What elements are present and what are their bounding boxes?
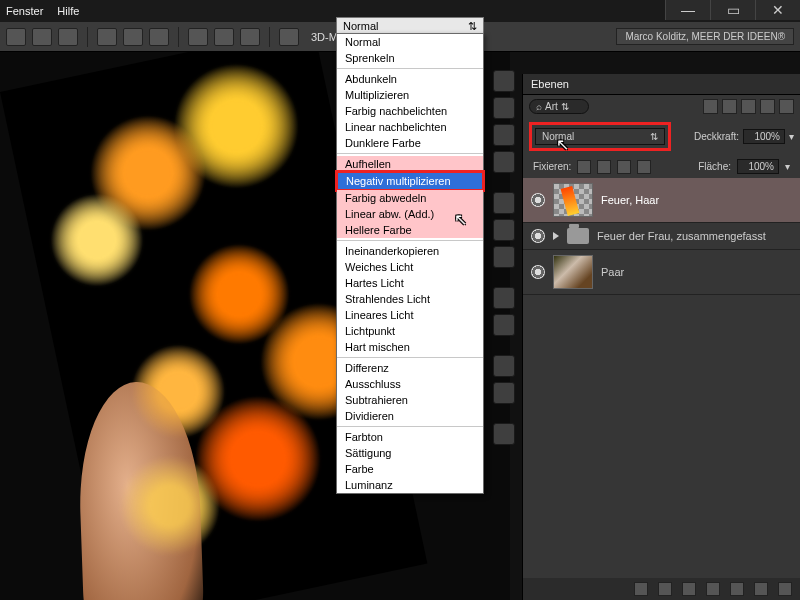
panel-icon-12[interactable] [493,423,515,445]
new-layer-icon[interactable] [754,582,768,596]
align-right-icon[interactable] [58,28,78,46]
window-minimize[interactable]: — [665,0,710,20]
align-center-h-icon[interactable] [32,28,52,46]
blend-menu-item[interactable]: Linear nachbelichten [337,119,483,135]
lock-all-icon[interactable] [637,160,651,174]
blend-menu-item[interactable]: Sprenkeln [337,50,483,66]
blend-menu-item[interactable]: Farbton [337,429,483,445]
layer-thumb-paar[interactable] [553,255,593,289]
blend-menu-item[interactable]: Farbig abwedeln [337,190,483,206]
blend-mode-panel-highlight: Normal ⇅ [529,122,671,151]
layer-row[interactable]: Paar [523,250,800,295]
blend-mode-dropdown[interactable]: NormalSprenkelnAbdunkelnMultiplizierenFa… [336,33,484,494]
filter-text-icon[interactable] [741,99,756,114]
blend-menu-item[interactable]: Dunklere Farbe [337,135,483,151]
adjustment-icon[interactable] [706,582,720,596]
fx-icon[interactable] [658,582,672,596]
layer-row[interactable]: Feuer der Frau, zusammengefasst [523,223,800,250]
cursor-icon: ↖ [556,135,569,154]
blend-menu-highlight: Negativ multiplizieren [335,170,485,192]
layer-filter-type[interactable]: ⌕ Art ⇅ [529,99,589,114]
blend-menu-item[interactable]: Farbe [337,461,483,477]
blend-menu-item[interactable]: Ineinanderkopieren [337,243,483,259]
panel-icon-4[interactable] [493,151,515,173]
blend-menu-item[interactable]: Luminanz [337,477,483,493]
blend-menu-item[interactable]: Abdunkeln [337,71,483,87]
distribute-h3-icon[interactable] [149,28,169,46]
figure-skin [76,380,205,600]
blend-menu-item[interactable]: Strahlendes Licht [337,291,483,307]
blend-menu-item[interactable]: Dividieren [337,408,483,424]
blend-trigger-label: Normal [343,20,378,33]
layer-name[interactable]: Feuer der Frau, zusammengefasst [597,230,766,242]
blend-menu-item[interactable]: Sättigung [337,445,483,461]
filter-adjust-icon[interactable] [722,99,737,114]
filter-shape-icon[interactable] [760,99,775,114]
fill-label: Fläche: [698,161,731,172]
trash-icon[interactable] [778,582,792,596]
panel-icon-7[interactable] [493,246,515,268]
panel-icon-8[interactable] [493,287,515,309]
menu-hilfe[interactable]: Hilfe [57,5,79,17]
window-close[interactable]: ✕ [755,0,800,20]
blend-mode-panel-select[interactable]: Normal ⇅ [535,128,665,145]
panel-icon-3[interactable] [493,124,515,146]
blend-menu-item[interactable]: Normal [337,34,483,50]
panel-icon-11[interactable] [493,382,515,404]
link-layers-icon[interactable] [634,582,648,596]
fill-value[interactable]: 100% [737,159,779,174]
blend-menu-item[interactable]: Weiches Licht [337,259,483,275]
blend-menu-item[interactable]: Negativ multiplizieren [338,173,482,189]
lock-label: Fixieren: [533,161,571,172]
blend-menu-item[interactable]: Subtrahieren [337,392,483,408]
lock-trans-icon[interactable] [577,160,591,174]
blend-menu-item[interactable]: Multiplizieren [337,87,483,103]
lock-pixels-icon[interactable] [597,160,611,174]
blend-menu-item[interactable]: Hart mischen [337,339,483,355]
visibility-eye-icon[interactable] [531,265,545,279]
filter-smart-icon[interactable] [779,99,794,114]
menu-separator [337,240,483,241]
distribute-v3-icon[interactable] [240,28,260,46]
blend-menu-item[interactable]: Differenz [337,360,483,376]
distribute-v1-icon[interactable] [188,28,208,46]
opacity-value[interactable]: 100% [743,129,785,144]
lock-position-icon[interactable] [617,160,631,174]
blend-menu-item[interactable]: Ausschluss [337,376,483,392]
blend-menu-item[interactable]: Hartes Licht [337,275,483,291]
distribute-space-icon[interactable] [279,28,299,46]
layer-name[interactable]: Paar [601,266,624,278]
mask-icon[interactable] [682,582,696,596]
align-left-icon[interactable] [6,28,26,46]
distribute-v2-icon[interactable] [214,28,234,46]
fill-stepper-icon[interactable]: ▾ [785,161,790,172]
visibility-eye-icon[interactable] [531,229,545,243]
opacity-stepper-icon[interactable]: ▾ [789,131,794,142]
layers-panel-tab[interactable]: Ebenen [523,74,800,95]
layer-row[interactable]: Feuer, Haar [523,178,800,223]
dropdown-arrows-icon: ⇅ [468,20,477,33]
filter-pixel-icon[interactable] [703,99,718,114]
chevron-down-icon: ⇅ [650,131,658,142]
distribute-h2-icon[interactable] [123,28,143,46]
panel-icon-5[interactable] [493,192,515,214]
blend-menu-item[interactable]: Farbig nachbelichten [337,103,483,119]
window-maximize[interactable]: ▭ [710,0,755,20]
menu-separator [337,153,483,154]
blend-menu-item[interactable]: Lineares Licht [337,307,483,323]
author-badge: Marco Kolditz, MEER DER IDEEN® [616,28,794,45]
layer-name[interactable]: Feuer, Haar [601,194,659,206]
panel-icon-6[interactable] [493,219,515,241]
layer-thumb-fire[interactable] [553,183,593,217]
distribute-h1-icon[interactable] [97,28,117,46]
folder-icon [567,228,589,244]
blend-menu-item[interactable]: Lichtpunkt [337,323,483,339]
group-icon[interactable] [730,582,744,596]
panel-icon-10[interactable] [493,355,515,377]
panel-icon-9[interactable] [493,314,515,336]
panel-icon-1[interactable] [493,70,515,92]
expand-triangle-icon[interactable] [553,232,559,240]
menu-fenster[interactable]: Fenster [6,5,43,17]
visibility-eye-icon[interactable] [531,193,545,207]
panel-icon-2[interactable] [493,97,515,119]
